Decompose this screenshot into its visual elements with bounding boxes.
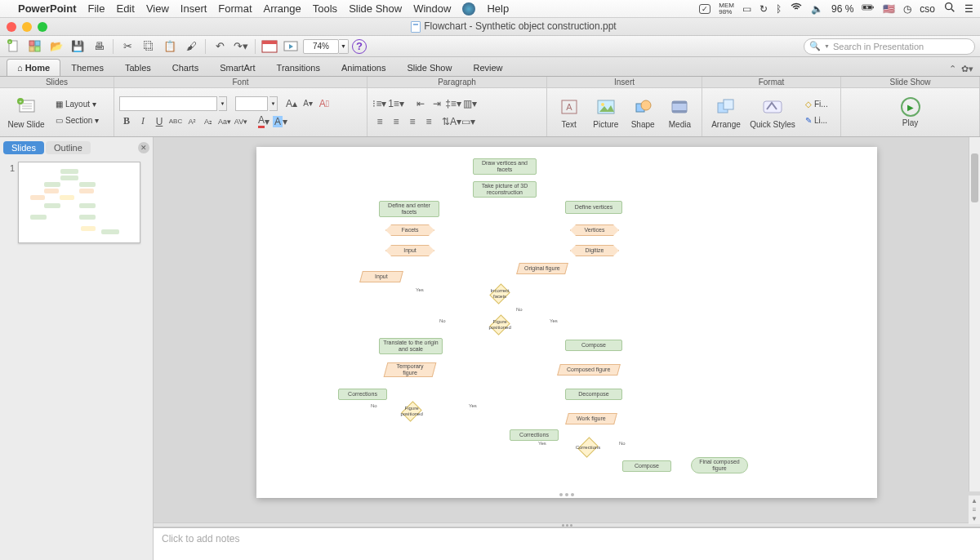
format-painter-icon[interactable]: 🖌 [182,38,200,55]
italic-icon[interactable]: I [136,114,150,129]
spotlight-icon[interactable] [943,1,956,16]
battery-icon[interactable] [862,1,875,16]
tab-tables[interactable]: Tables [114,59,162,76]
align-text-icon[interactable]: ▭▾ [461,114,475,129]
tab-slideshow[interactable]: Slide Show [396,59,462,76]
node-define-enter[interactable]: Define and enter facets [379,201,439,217]
char-spacing-icon[interactable]: AV▾ [234,114,248,129]
menu-icon[interactable]: ☰ [964,3,973,15]
change-case-icon[interactable]: Aa▾ [217,114,232,129]
node-translate[interactable]: Translate to the origin and scale [379,338,443,354]
grow-font-icon[interactable]: A▴ [284,96,299,111]
font-family-dropdown[interactable]: ▼ [219,96,227,111]
undo-icon[interactable]: ↶ [211,38,229,55]
superscript-icon[interactable]: A² [185,114,199,129]
node-corrections-diamond[interactable]: Corrections [578,438,598,457]
copy-icon[interactable]: ⿻ [140,38,158,55]
menu-slideshow[interactable]: Slide Show [349,2,402,15]
section-button[interactable]: ▭Section ▾ [51,113,104,128]
node-vertices[interactable]: Vertices [570,224,619,236]
clock-icon[interactable]: ◷ [903,3,911,15]
menu-window[interactable]: Window [413,2,451,15]
vertical-scrollbar[interactable] [969,137,980,491]
tab-review[interactable]: Review [462,59,513,76]
canvas-scroll[interactable]: Draw vertices and facets Take picture of… [154,137,980,522]
numbering-icon[interactable]: 1≡▾ [389,96,403,111]
text-direction-icon[interactable]: ⇅A▾ [444,114,459,129]
tab-smartart[interactable]: SmartArt [209,59,265,76]
panel-tab-outline[interactable]: Outline [46,141,91,154]
node-define-vertices[interactable]: Define vertices [565,201,622,214]
help-icon[interactable]: ? [352,39,367,54]
fill-button[interactable]: ◇Fi... [800,97,833,112]
save-icon[interactable]: 💾 [69,38,87,55]
notes-pane[interactable]: Click to add notes [154,527,980,560]
node-facets[interactable]: Facets [385,224,434,236]
indent-left-icon[interactable]: ⇤ [413,96,428,111]
bold-icon[interactable]: B [119,114,134,129]
node-corrections-mid[interactable]: Corrections [510,429,559,441]
print-icon[interactable]: 🖶 [90,38,108,55]
new-doc-icon[interactable]: + [5,38,23,55]
font-size-field[interactable] [235,96,268,111]
arrange-button[interactable]: Arrange [707,91,745,135]
tab-home[interactable]: ⌂Home [7,59,60,76]
layout-button[interactable]: ▦Layout ▾ [51,97,104,112]
flag-icon[interactable]: 🇺🇸 [883,3,895,15]
align-center-icon[interactable]: ≡ [389,114,403,129]
redo-icon[interactable]: ↷▾ [232,38,250,55]
text-button[interactable]: AText [552,91,586,135]
node-compose[interactable]: Compose [565,340,622,351]
open-icon[interactable]: 📂 [47,38,65,55]
media-button[interactable]: Media [663,91,697,135]
columns-icon[interactable]: ▥▾ [462,96,477,111]
subscript-icon[interactable]: A₂ [201,114,216,129]
line-spacing-icon[interactable]: ‡≡▾ [446,96,461,111]
node-final[interactable]: Final composed figure [691,457,748,473]
checkmark-icon[interactable]: ✓ [699,4,710,14]
zoom-field[interactable]: 74% [303,39,339,54]
node-temp[interactable]: Temporary figure [384,362,437,377]
menu-tools[interactable]: Tools [313,2,337,15]
menu-file[interactable]: File [88,2,105,15]
indent-right-icon[interactable]: ⇥ [430,96,444,111]
zoom-window[interactable] [38,22,47,32]
shrink-font-icon[interactable]: A▾ [301,96,315,111]
menu-view[interactable]: View [146,2,169,15]
node-original[interactable]: Original figure [516,263,568,274]
node-take-picture[interactable]: Take picture of 3D reconstruction [473,181,537,198]
node-figure-positioned-2[interactable]: Figure positioned [402,402,421,421]
play-button[interactable]: ▶ Play [892,91,929,135]
template-icon[interactable] [26,38,44,55]
shape-button[interactable]: Shape [626,91,660,135]
tab-charts[interactable]: Charts [162,59,209,76]
align-left-icon[interactable]: ≡ [372,114,387,129]
bluetooth-icon[interactable]: ᛒ [776,3,782,15]
panel-close-icon[interactable]: ✕ [138,142,149,153]
minimize-window[interactable] [22,22,32,32]
menu-format[interactable]: Format [218,2,252,15]
font-family-field[interactable] [119,96,217,111]
node-incorrect-facets[interactable]: Incorrect facets [490,284,510,304]
app-name[interactable]: PowerPoint [18,2,77,15]
wifi-icon[interactable] [790,1,803,16]
menu-insert[interactable]: Insert [180,2,207,15]
node-work[interactable]: Work figure [565,413,617,424]
node-input[interactable]: Input [385,245,434,256]
node-input-left[interactable]: Input [359,271,403,282]
font-size-dropdown[interactable]: ▼ [270,96,278,111]
siri-icon[interactable] [462,2,475,16]
volume-icon[interactable]: 🔈 [811,3,823,15]
tab-animations[interactable]: Animations [331,59,396,76]
font-color-icon[interactable]: A▾ [256,114,271,129]
picture-button[interactable]: Picture [589,91,622,135]
menu-arrange[interactable]: Arrange [264,2,301,15]
tab-transitions[interactable]: Transitions [266,59,331,76]
new-slide-button[interactable]: + New Slide [5,91,47,135]
slide-theme-icon[interactable] [261,38,278,55]
search-presentation[interactable]: 🔍▼ Search in Presentation [804,38,975,55]
slideshow-icon[interactable] [282,38,300,55]
node-draw-vertices[interactable]: Draw vertices and facets [473,158,537,175]
paste-icon[interactable]: 📋 [161,38,179,55]
cut-icon[interactable]: ✂ [118,38,136,55]
